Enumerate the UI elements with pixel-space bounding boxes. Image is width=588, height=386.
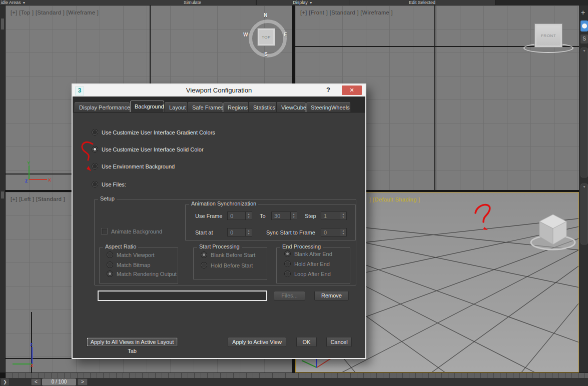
checkbox-icon [101, 228, 108, 234]
option-match-viewport: Match Viewport [107, 252, 155, 258]
radio-icon [107, 252, 113, 258]
viewport-configuration-dialog: 3 Viewport Configuration ? ✕ Display Per… [72, 84, 366, 359]
compass-west[interactable]: W [243, 32, 248, 38]
tab-layout[interactable]: Layout [165, 102, 187, 112]
animate-background-checkbox-row: Animate Background [101, 228, 162, 234]
spinner-arrows-icon [245, 228, 252, 236]
remove-button[interactable]: Remove [314, 291, 349, 300]
viewcube-front-face[interactable]: FRONT [534, 24, 562, 48]
s-rollout-label[interactable]: S [580, 34, 588, 44]
left-toolbar-sliver [0, 6, 5, 372]
checkbox-label: Animate Background [111, 228, 162, 234]
viewport-left-label[interactable]: [+] [Left ] [Standard ] [11, 196, 65, 202]
use-frame-label: Use Frame [195, 213, 222, 219]
option-blank-after-end: Blank After End [284, 250, 332, 257]
option-label: Match Viewport [117, 252, 155, 258]
previous-frame-button[interactable]: < [31, 378, 41, 386]
tool-icon[interactable] [580, 20, 588, 32]
cancel-button[interactable]: Cancel [326, 337, 352, 347]
apply-all-views-button[interactable]: Apply to All Views in Active Layout Tab [86, 337, 178, 347]
radio-icon [107, 262, 113, 268]
tab-steeringwheels[interactable]: SteeringWheels [306, 102, 350, 112]
tab-viewcube[interactable]: ViewCube [277, 102, 306, 112]
current-frame-display[interactable]: 0 / 100 [42, 378, 76, 386]
radio-icon[interactable] [92, 129, 98, 136]
radio-icon [284, 270, 291, 277]
close-icon: ✕ [349, 87, 354, 93]
menu-item-edit-selected[interactable]: Edit Selected [349, 0, 495, 5]
help-icon[interactable]: ? [326, 86, 330, 94]
radio-icon[interactable] [92, 163, 98, 170]
option-label: Match Bitmap [117, 262, 150, 268]
dialog-tabbar: Display Performance Background Layout Sa… [73, 96, 365, 112]
viewport-front-label[interactable]: [+] [Front ] [Standard ] [Wireframe ] [300, 10, 393, 16]
axis-tripod-icon: Y X z [18, 158, 53, 184]
option-gradient-colors[interactable]: Use Customize User Interface Gradient Co… [92, 129, 215, 136]
scroll-track[interactable] [580, 48, 588, 178]
circle-icon [582, 24, 587, 28]
radio-icon [201, 262, 207, 268]
compass-east[interactable]: E [284, 32, 287, 38]
tab-safe-frames[interactable]: Safe Frames [188, 102, 223, 112]
tab-display-performance[interactable]: Display Performance [75, 102, 130, 112]
sync-start-spinner: 0 [321, 228, 347, 236]
end-processing-group-label: End Processing [280, 244, 323, 250]
option-label: Blank After End [294, 251, 332, 257]
viewport-top-label[interactable]: [+] [Top ] [Standard ] [Wireframe ] [11, 10, 99, 16]
to-label: To [260, 213, 266, 219]
step-label: Step [305, 213, 316, 219]
option-match-bitmap: Match Bitmap [107, 262, 150, 268]
background-file-input[interactable] [98, 290, 267, 301]
timeline-ruler[interactable] [6, 372, 588, 378]
viewcube-compass[interactable]: N W E S TOP [244, 14, 288, 58]
timeline-bar: < 0 / 100 > [0, 378, 588, 386]
viewcube-top-face[interactable]: TOP [257, 28, 275, 46]
menu-item-display[interactable]: Display▼ [257, 0, 349, 5]
option-hold-before-start: Hold Before Start [201, 262, 253, 268]
close-button[interactable]: ✕ [342, 86, 362, 95]
animation-sync-group-label: Animation Synchronization [189, 200, 258, 206]
option-solid-color[interactable]: Use Customize User Interface Solid Color [92, 146, 204, 152]
menu-item-idle-areas[interactable]: idle Areas▼ [0, 0, 130, 5]
timeline-expand-icon[interactable] [1, 378, 9, 386]
viewport-perspective-label[interactable]: ] [Default Shading ] [369, 196, 420, 202]
screen: idle Areas▼ Simulate Display▼ Edit Selec… [0, 0, 588, 386]
files-button: Files... [274, 291, 305, 300]
option-loop-after-end: Loop After End [284, 270, 331, 277]
dialog-titlebar[interactable]: 3 Viewport Configuration ? ✕ [73, 84, 365, 96]
option-environment-background[interactable]: Use Environment Background [92, 163, 175, 170]
command-panel-sliver: + S [579, 6, 588, 372]
tab-statistics[interactable]: Statistics [249, 102, 276, 112]
option-hold-after-end: Hold After End [284, 260, 330, 267]
option-label: Use Customize User Interface Gradient Co… [102, 130, 215, 136]
setup-group-label: Setup [98, 196, 117, 202]
svg-text:z: z [25, 178, 28, 184]
grid-axis-line [434, 6, 435, 190]
radio-icon[interactable] [92, 146, 98, 152]
option-label: Hold Before Start [211, 262, 253, 268]
option-use-files[interactable]: Use Files: [92, 181, 126, 188]
option-match-rendering-output: Match Rendering Output [107, 270, 177, 277]
compass-north[interactable]: N [264, 12, 267, 18]
compass-south[interactable]: S [264, 52, 268, 57]
start-processing-group-label: Start Processing [197, 244, 242, 250]
sync-start-label: Sync Start to Frame [266, 230, 315, 236]
next-frame-button[interactable]: > [78, 378, 88, 386]
tab-background[interactable]: Background [130, 100, 164, 112]
apply-active-view-button[interactable]: Apply to Active View [228, 337, 286, 347]
ok-button[interactable]: OK [296, 337, 317, 347]
radio-icon [284, 260, 291, 267]
viewcube-3d-icon[interactable] [530, 212, 579, 252]
toolbar-notch [1, 192, 4, 198]
plus-icon[interactable]: + [581, 8, 585, 16]
menu-item-simulate[interactable]: Simulate [129, 0, 256, 5]
radio-icon [201, 252, 207, 258]
use-frame-spinner: 0 [227, 212, 252, 220]
option-label: Use Customize User Interface Solid Color [102, 146, 204, 152]
scroll-track[interactable] [580, 184, 588, 244]
dialog-title: Viewport Configuration [73, 86, 365, 94]
menu-label: Edit Selected [409, 0, 435, 5]
tab-regions[interactable]: Regions [223, 102, 248, 112]
radio-icon[interactable] [92, 181, 98, 188]
toolbar-notch [1, 18, 4, 30]
